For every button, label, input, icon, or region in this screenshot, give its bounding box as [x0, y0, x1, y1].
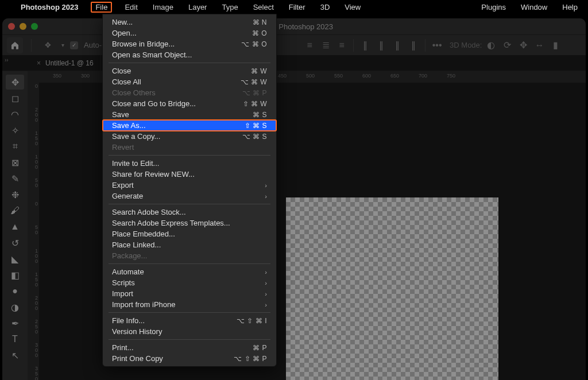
pen-tool[interactable]: ✒	[6, 316, 24, 331]
menu-window[interactable]: Window	[519, 2, 550, 13]
3d-orbit-icon[interactable]: ◐	[484, 38, 498, 52]
path-select-tool[interactable]: ↖	[6, 348, 24, 363]
eraser-tool[interactable]: ◣	[6, 251, 24, 266]
dodge-tool[interactable]: ◑	[6, 300, 24, 315]
marquee-tool[interactable]: ◻	[6, 91, 24, 106]
menu-image[interactable]: Image	[150, 2, 176, 13]
ruler-tick: 5 0	[29, 225, 38, 235]
document-tab[interactable]: × Untitled-1 @ 16	[30, 55, 101, 71]
menu-item-label: Place Embedded...	[112, 230, 175, 238]
app-window: Adobe Photoshop 2023 ✥ ▾ ✓ Auto- ≡ ≣ ≡ ‖…	[2, 18, 586, 380]
lasso-tool[interactable]: ◠	[6, 107, 24, 122]
heal-tool[interactable]: ❉	[6, 187, 24, 202]
menu-item-close-others: Close Others⌥ ⌘ P	[103, 87, 276, 98]
brush-tool[interactable]: 🖌	[6, 203, 24, 218]
3d-camera-icon[interactable]: ▮	[548, 38, 562, 52]
home-button[interactable]	[7, 37, 23, 53]
menu-type[interactable]: Type	[219, 2, 240, 13]
move-tool[interactable]: ✥	[6, 75, 24, 90]
menu-file[interactable]: File	[91, 2, 112, 13]
menu-item-place-linked[interactable]: Place Linked...	[103, 239, 276, 250]
frame-tool[interactable]: ⊠	[6, 155, 24, 170]
chevron-down-icon[interactable]: ▾	[61, 42, 64, 48]
menu-item-label: Automate	[112, 267, 144, 276]
zoom-window-icon[interactable]	[31, 23, 38, 30]
menu-item-open-as-smart-object[interactable]: Open as Smart Object...	[103, 49, 276, 60]
menu-item-shortcut: ⌥ ⇧ ⌘ P	[234, 355, 267, 363]
menu-item-save-a-copy[interactable]: Save a Copy...⌥ ⌘ S	[103, 131, 276, 142]
close-tab-icon[interactable]: ×	[37, 59, 41, 67]
eyedropper-tool[interactable]: ✎	[6, 171, 24, 186]
menu-item-save-as[interactable]: Save As...⇧ ⌘ S	[103, 120, 276, 131]
align-icon[interactable]: ≡	[303, 38, 316, 52]
menu-help[interactable]: Help	[560, 2, 580, 13]
menu-edit[interactable]: Edit	[122, 2, 140, 13]
menu-item-import[interactable]: Import›	[103, 288, 276, 299]
history-brush-tool[interactable]: ↺	[6, 235, 24, 250]
align-icon-2[interactable]: ≣	[319, 38, 332, 52]
menu-item-search-adobe-stock[interactable]: Search Adobe Stock...	[103, 207, 276, 218]
menu-view[interactable]: View	[342, 2, 363, 13]
menu-item-place-embedded[interactable]: Place Embedded...	[103, 228, 276, 239]
menu-item-label: New...	[112, 18, 133, 26]
gradient-tool[interactable]: ◧	[6, 267, 24, 282]
menu-item-import-from-iphone[interactable]: Import from iPhone›	[103, 299, 276, 310]
close-window-icon[interactable]	[8, 23, 15, 30]
menu-item-file-info[interactable]: File Info...⌥ ⇧ ⌘ I	[103, 315, 276, 326]
menu-item-automate[interactable]: Automate›	[103, 266, 276, 277]
ruler-tick: 2 0 0	[29, 296, 38, 311]
menu-item-label: File Info...	[112, 316, 145, 325]
menu-item-open[interactable]: Open...⌘ O	[103, 28, 276, 38]
menu-item-export[interactable]: Export›	[103, 180, 276, 191]
distribute-icon-3[interactable]: ‖	[390, 38, 404, 52]
ruler-tick: 2 5 0	[29, 319, 38, 335]
menu-item-generate[interactable]: Generate›	[103, 191, 276, 201]
menu-item-label: Browse in Bridge...	[112, 40, 175, 48]
more-icon[interactable]: •••	[430, 38, 444, 52]
3d-pan-icon[interactable]: ✥	[516, 38, 530, 52]
menu-item-save[interactable]: Save⌘ S	[103, 109, 276, 120]
quick-select-tool[interactable]: ✧	[6, 123, 24, 138]
type-tool[interactable]: T	[6, 332, 24, 347]
distribute-icon[interactable]: ‖	[358, 38, 372, 52]
menu-filter[interactable]: Filter	[287, 2, 308, 13]
ruler-tick: 2 0 0	[29, 107, 38, 123]
minimize-window-icon[interactable]	[20, 23, 26, 30]
menu-layer[interactable]: Layer	[186, 2, 210, 13]
menu-item-close-and-go-to-bridge[interactable]: Close and Go to Bridge...⇧ ⌘ W	[103, 98, 276, 109]
menu-select[interactable]: Select	[251, 2, 276, 13]
menu-item-version-history[interactable]: Version History	[103, 326, 276, 337]
blur-tool[interactable]: ●	[6, 284, 24, 298]
canvas[interactable]	[286, 197, 498, 380]
menu-item-label: Import from iPhone	[112, 300, 176, 309]
menu-item-shortcut: ⌘ W	[251, 67, 267, 75]
menu-item-close[interactable]: Close⌘ W	[103, 65, 276, 76]
auto-checkbox[interactable]: ✓	[70, 41, 78, 49]
align-icon-3[interactable]: ≡	[335, 38, 349, 52]
menu-item-scripts[interactable]: Scripts›	[103, 277, 276, 288]
3d-slide-icon[interactable]: ↔	[532, 38, 546, 52]
traffic-lights	[8, 23, 38, 30]
stamp-tool[interactable]: ▲	[6, 219, 24, 234]
menu-item-shortcut: ⇧ ⌘ W	[243, 100, 268, 108]
menu-item-invite-to-edit[interactable]: Invite to Edit...	[103, 158, 276, 169]
3d-roll-icon[interactable]: ⟳	[500, 38, 514, 52]
chevron-right-icon: ›	[265, 290, 267, 297]
menu-item-browse-in-bridge[interactable]: Browse in Bridge...⌥ ⌘ O	[103, 38, 276, 49]
menu-item-new[interactable]: New...⌘ N	[103, 17, 276, 28]
menu-item-print[interactable]: Print...⌘ P	[103, 342, 276, 353]
app-name[interactable]: Photoshop 2023	[18, 2, 80, 13]
menu-plugins[interactable]: Plugins	[479, 2, 508, 13]
menu-item-share-for-review-new[interactable]: Share for Review NEW...	[103, 169, 276, 180]
menu-item-print-one-copy[interactable]: Print One Copy⌥ ⇧ ⌘ P	[103, 353, 276, 364]
menu-3d[interactable]: 3D	[318, 2, 332, 13]
distribute-icon-2[interactable]: ‖	[374, 38, 388, 52]
panel-expander-icon[interactable]: ››	[5, 57, 9, 63]
menu-item-close-all[interactable]: Close All⌥ ⌘ W	[103, 76, 276, 87]
titlebar: Adobe Photoshop 2023	[2, 18, 586, 34]
crop-tool[interactable]: ⌗	[6, 139, 24, 154]
menu-item-search-adobe-express-templates[interactable]: Search Adobe Express Templates...	[103, 218, 276, 228]
distribute-icon-4[interactable]: ‖	[407, 38, 420, 52]
tool-preset-icon[interactable]: ✥	[40, 41, 56, 49]
menu-item-shortcut: ⌘ P	[253, 344, 267, 352]
